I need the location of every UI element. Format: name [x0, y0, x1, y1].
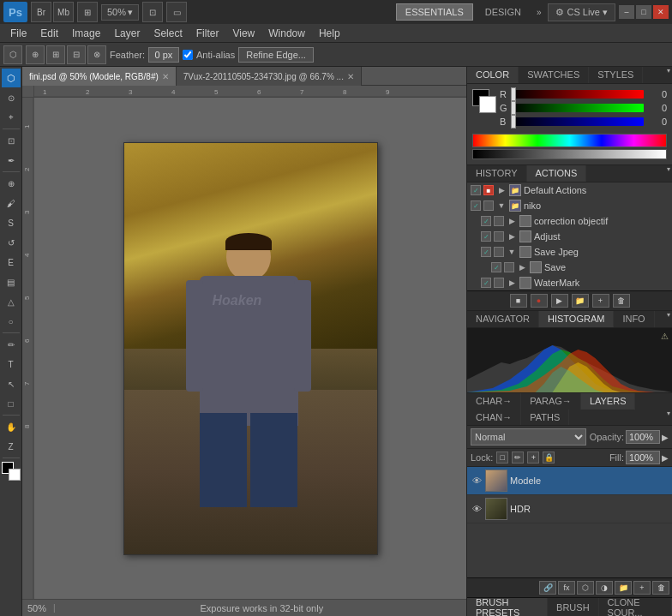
restore-button[interactable]: □	[636, 5, 651, 19]
action-expand-save[interactable]: ▶	[517, 263, 527, 272]
tab-histogram[interactable]: HISTOGRAM	[539, 311, 614, 327]
blend-mode-select[interactable]: Normal Multiply Screen	[471, 428, 586, 446]
green-thumb[interactable]	[511, 101, 516, 115]
action-check-savejpeg[interactable]: ✓	[481, 247, 491, 257]
document-tab-2[interactable]: 7Vux-2-20110505-234730.jpg @ 66.7% ... ✕	[177, 67, 362, 86]
lock-transparent-icon[interactable]: □	[496, 452, 508, 463]
intersect-selection-icon[interactable]: ⊗	[87, 45, 106, 64]
tab-navigator[interactable]: NAVIGATOR	[467, 311, 539, 327]
menu-select[interactable]: Select	[147, 26, 189, 41]
tool-history-brush[interactable]: ↺	[2, 233, 21, 252]
tool-path-select[interactable]: ↖	[2, 374, 21, 393]
red-slider[interactable]	[511, 90, 644, 99]
close-button[interactable]: ✕	[653, 5, 669, 19]
layer-link-btn[interactable]: 🔗	[539, 581, 556, 595]
tool-eraser[interactable]: E	[2, 253, 21, 272]
action-check-adjust[interactable]: ✓	[481, 231, 491, 242]
layer-new-btn[interactable]: +	[633, 581, 651, 595]
color-panel-collapse[interactable]: ▾	[665, 67, 672, 83]
action-expand-default[interactable]: ▶	[496, 186, 507, 194]
action-check-default[interactable]: ✓	[471, 185, 481, 195]
tab-char[interactable]: CHAR→	[467, 393, 521, 410]
zoom-selector[interactable]: 50% ▾	[101, 4, 139, 21]
layers-panel-collapse[interactable]: ▾	[665, 410, 672, 425]
action-expand-savejpeg[interactable]: ▼	[507, 248, 517, 256]
action-row-correction[interactable]: ✓ ▶ correction objectif	[467, 213, 672, 229]
action-row-niko[interactable]: ✓ ▼ 📁 niko	[467, 198, 672, 213]
action-expand-adjust[interactable]: ▶	[507, 232, 517, 241]
screen-mode-icon[interactable]: ▭	[166, 2, 187, 22]
cs-live-button[interactable]: ⚙ CS Live ▾	[548, 3, 615, 21]
layer-row-modele[interactable]: 👁 Modele	[467, 467, 672, 495]
action-check2-watermark[interactable]	[494, 278, 504, 288]
menu-view[interactable]: View	[225, 26, 261, 41]
layer-fx-btn[interactable]: fx	[558, 581, 575, 595]
tab-actions[interactable]: ACTIONS	[527, 165, 587, 182]
nav-panel-collapse[interactable]: ▾	[665, 311, 672, 327]
tool-lasso[interactable]: ⊙	[2, 88, 21, 107]
menu-help[interactable]: Help	[312, 26, 347, 41]
action-expand-watermark[interactable]: ▶	[507, 278, 517, 287]
menu-layer[interactable]: Layer	[107, 26, 147, 41]
action-stop-btn[interactable]: ■	[510, 294, 527, 308]
layer-visibility-modele[interactable]: 👁	[471, 475, 483, 487]
opacity-arrow[interactable]: ▶	[662, 433, 669, 442]
tool-brush[interactable]: 🖌	[2, 194, 21, 212]
menu-filter[interactable]: Filter	[189, 26, 226, 41]
action-row-savejpeg[interactable]: ✓ ▼ Save Jpeg	[467, 244, 672, 260]
tab-paths[interactable]: PATHS	[521, 410, 569, 425]
menu-image[interactable]: Image	[65, 26, 107, 41]
tab-color[interactable]: COLOR	[467, 67, 519, 83]
tool-shape[interactable]: □	[2, 394, 21, 413]
layer-row-hdr[interactable]: 👁 HDR	[467, 495, 672, 523]
action-row-save[interactable]: ✓ ▶ Save	[467, 260, 672, 275]
design-button[interactable]: DESIGN	[477, 4, 530, 20]
more-workspaces-icon[interactable]: »	[533, 8, 545, 17]
subtract-selection-icon[interactable]: ⊟	[67, 45, 86, 64]
bridge-icon[interactable]: Br	[31, 2, 51, 22]
tool-type[interactable]: T	[2, 355, 21, 374]
document-tab-1[interactable]: fini.psd @ 50% (Modele, RGB/8#) ✕	[22, 67, 177, 86]
opacity-input[interactable]	[626, 430, 660, 444]
tab-brush-presets[interactable]: BRUSH PRESETS	[467, 598, 548, 616]
background-color[interactable]	[9, 469, 21, 481]
tool-quick-select[interactable]: ⌖	[2, 108, 21, 127]
layer-visibility-hdr[interactable]: 👁	[471, 503, 483, 515]
action-check-save[interactable]: ✓	[491, 262, 501, 272]
fill-arrow[interactable]: ▶	[662, 453, 669, 463]
action-check-watermark[interactable]: ✓	[481, 278, 491, 288]
actions-panel-collapse[interactable]: ▾	[665, 165, 672, 182]
tool-pen[interactable]: ✏	[2, 335, 21, 354]
lock-all-icon[interactable]: 🔒	[543, 452, 555, 463]
green-slider[interactable]	[511, 104, 644, 112]
minimize-button[interactable]: –	[619, 5, 634, 19]
tool-eyedropper[interactable]: ✒	[2, 151, 21, 170]
action-row-default[interactable]: ✓ ■ ▶ 📁 Default Actions	[467, 182, 672, 198]
tab-layers[interactable]: LAYERS	[581, 393, 636, 410]
color-spectrum[interactable]	[472, 134, 667, 147]
red-thumb[interactable]	[511, 87, 516, 101]
add-selection-icon[interactable]: ⊞	[46, 45, 65, 64]
antialias-checkbox[interactable]	[183, 50, 193, 60]
action-play-btn[interactable]: ▶	[551, 294, 568, 308]
grayscale-ramp[interactable]	[472, 149, 667, 159]
tool-zoom[interactable]: Z	[2, 437, 21, 456]
action-new-set-btn[interactable]: 📁	[572, 294, 589, 308]
action-check2-default[interactable]: ■	[483, 185, 494, 195]
action-check-correction[interactable]: ✓	[481, 216, 491, 226]
tab-history[interactable]: HISTORY	[467, 165, 527, 182]
tab-info[interactable]: INFO	[614, 311, 654, 327]
menu-window[interactable]: Window	[261, 26, 312, 41]
lock-position-icon[interactable]: +	[527, 452, 539, 463]
action-row-watermark[interactable]: ✓ ▶ WaterMark	[467, 275, 672, 290]
tab-clone-source[interactable]: CLONE SOUR...	[599, 598, 672, 616]
action-check2-save[interactable]	[504, 262, 514, 272]
action-delete-btn[interactable]: 🗑	[613, 294, 630, 308]
tool-dodge[interactable]: ○	[2, 312, 21, 331]
workspace-icon[interactable]: ⊡	[142, 2, 163, 22]
tool-healing[interactable]: ⊕	[2, 174, 21, 193]
blue-slider[interactable]	[511, 117, 644, 126]
action-new-btn[interactable]: +	[592, 294, 609, 308]
tab-styles[interactable]: STYLES	[589, 67, 643, 83]
tool-options-icon[interactable]: ⬡	[3, 45, 22, 64]
